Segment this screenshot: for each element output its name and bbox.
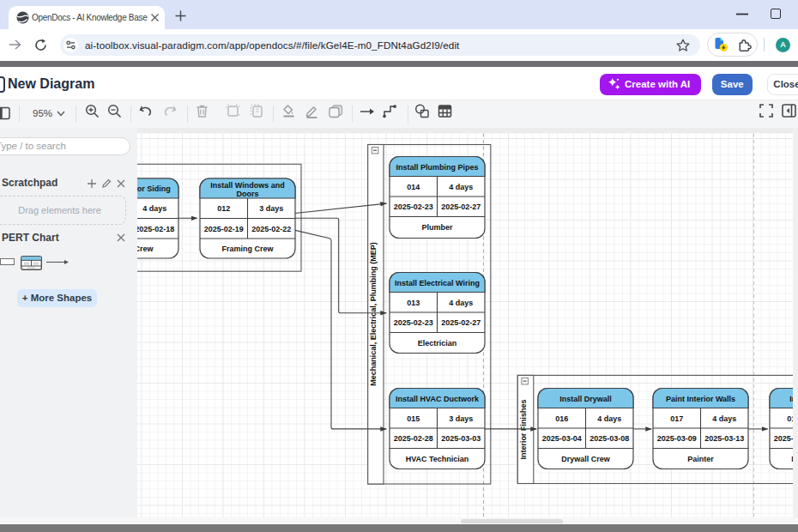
svg-text:4 days: 4 days <box>449 182 473 190</box>
svg-text:3 days: 3 days <box>259 204 283 213</box>
svg-text:4 days: 4 days <box>597 414 621 422</box>
svg-text:2025-03-04: 2025-03-04 <box>542 434 582 443</box>
svg-text:Doors: Doors <box>236 190 258 198</box>
svg-text:2025-03-03: 2025-03-03 <box>441 434 481 443</box>
svg-text:2025-02-27: 2025-02-27 <box>441 318 481 327</box>
svg-text:016: 016 <box>555 414 568 422</box>
svg-text:Install Exterior Siding: Install Exterior Siding <box>137 184 171 193</box>
svg-text:Install Plumbing Pipes: Install Plumbing Pipes <box>396 162 478 171</box>
svg-text:Siding Crew: Siding Crew <box>137 245 154 253</box>
svg-text:2025-02-27: 2025-02-27 <box>441 203 481 211</box>
svg-text:Install Windows and: Install Windows and <box>210 180 284 189</box>
svg-text:2025-02-18: 2025-02-18 <box>137 224 174 233</box>
svg-text:012: 012 <box>217 204 230 213</box>
svg-text:Electrician: Electrician <box>418 338 457 347</box>
svg-text:Paint Interior Walls: Paint Interior Walls <box>666 394 735 402</box>
svg-text:2025-03-09: 2025-03-09 <box>657 434 697 443</box>
svg-text:Install Electrical Wiring: Install Electrical Wiring <box>395 278 480 287</box>
svg-text:2025-02-28: 2025-02-28 <box>394 434 433 443</box>
svg-text:4 days: 4 days <box>142 204 166 213</box>
svg-text:2025-03-08: 2025-03-08 <box>589 434 629 443</box>
svg-text:Mechanical, Electrical, Plumbi: Mechanical, Electrical, Plumbing (MEP) <box>369 242 378 386</box>
svg-text:2025-02-22: 2025-02-22 <box>251 224 291 233</box>
svg-text:Install HVAC Ductwork: Install HVAC Ductwork <box>396 394 480 402</box>
svg-text:2025-03-13: 2025-03-13 <box>704 434 744 443</box>
svg-text:2025-02-23: 2025-02-23 <box>394 203 433 211</box>
svg-text:Interior Finishes: Interior Finishes <box>519 399 528 459</box>
svg-text:015: 015 <box>407 414 420 422</box>
svg-text:HVAC Technician: HVAC Technician <box>406 454 469 462</box>
svg-text:Painter: Painter <box>687 454 714 462</box>
svg-text:2025-02-19: 2025-02-19 <box>204 224 244 233</box>
svg-text:3 days: 3 days <box>449 414 473 422</box>
svg-text:013: 013 <box>407 298 420 306</box>
svg-text:2025-02-23: 2025-02-23 <box>394 318 433 327</box>
svg-text:014: 014 <box>407 182 420 190</box>
svg-text:Install Drywall: Install Drywall <box>559 394 612 402</box>
svg-text:4 days: 4 days <box>712 414 736 422</box>
svg-text:017: 017 <box>670 414 683 422</box>
svg-text:4 days: 4 days <box>449 298 473 306</box>
svg-text:Plumber: Plumber <box>421 222 453 231</box>
svg-text:Framing Crew: Framing Crew <box>221 245 274 253</box>
svg-text:Drywall Crew: Drywall Crew <box>561 454 611 462</box>
